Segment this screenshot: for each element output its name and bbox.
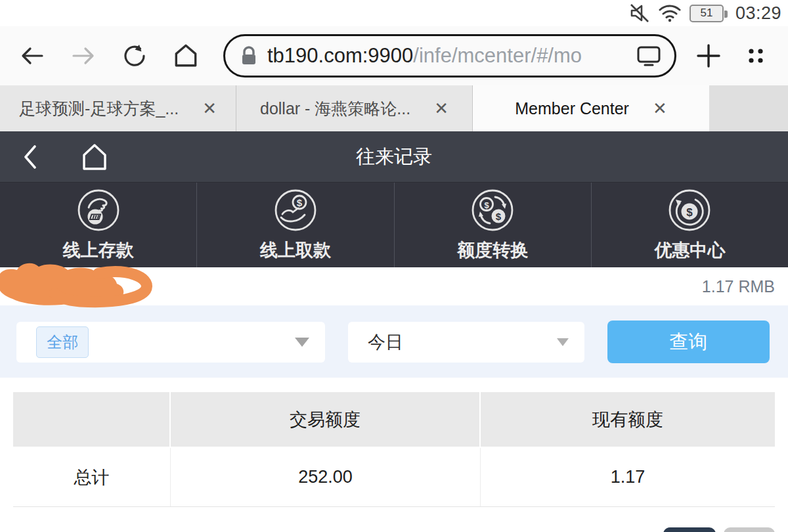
screen: 51 03:29: [0, 0, 788, 532]
quick-nav: 线上存款 $ 线上取款 $: [0, 182, 788, 267]
page-back-icon[interactable]: [21, 143, 39, 171]
date-filter-value: 今日: [368, 330, 403, 354]
nav-label: 线上取款: [260, 238, 331, 262]
nav-promo[interactable]: $ 优惠中心: [592, 183, 788, 267]
refresh-icon[interactable]: [121, 41, 148, 71]
url-text: tb190.com:9900/infe/mcenter/#/mo: [267, 44, 582, 68]
type-filter-chip: 全部: [36, 326, 89, 358]
total-label: 总计: [13, 448, 171, 506]
date-filter-dropdown[interactable]: 今日: [348, 322, 584, 363]
transfer-icon: $ $: [470, 188, 515, 233]
svg-text:$: $: [496, 211, 502, 222]
tab-title: dollar - 海燕策略论...: [260, 98, 410, 120]
page-title: 往来记录: [0, 144, 788, 170]
tab-football[interactable]: 足球预测-足球方案_... ✕: [0, 85, 236, 131]
balance-amount: 1.17 RMB: [702, 277, 775, 296]
url-path: /infe/mcenter/#/mo: [413, 44, 582, 67]
bottom-gray-button[interactable]: [724, 527, 775, 532]
table-header-blank: [13, 392, 171, 447]
home-icon[interactable]: [172, 41, 200, 71]
table-header-transaction: 交易额度: [171, 392, 481, 447]
withdraw-icon: $: [273, 188, 318, 233]
battery-icon: 51: [690, 5, 724, 22]
android-status-bar: 51 03:29: [0, 0, 788, 26]
tab-strip: 足球预测-足球方案_... ✕ dollar - 海燕策略论... ✕ Memb…: [0, 85, 788, 131]
scribble-redaction: [0, 257, 172, 317]
tab-dollar[interactable]: dollar - 海燕策略论... ✕: [236, 85, 473, 131]
tab-close-icon[interactable]: ✕: [653, 100, 667, 117]
status-clock: 03:29: [735, 3, 781, 24]
forward-icon[interactable]: [70, 41, 97, 71]
table-row: 总计 252.00 1.17: [13, 448, 775, 507]
table-header-current: 现有额度: [481, 392, 775, 447]
svg-text:$: $: [687, 206, 693, 219]
tab-close-icon[interactable]: ✕: [202, 100, 217, 117]
tab-member-center[interactable]: Member Center ✕: [473, 85, 709, 131]
transaction-amount: 252.00: [171, 448, 481, 506]
nav-transfer[interactable]: $ $ 额度转换: [395, 183, 592, 267]
svg-text:$: $: [485, 200, 490, 210]
chevron-down-icon: [295, 338, 309, 347]
back-icon[interactable]: [18, 41, 46, 71]
chevron-down-icon: [557, 338, 569, 346]
url-bar[interactable]: tb190.com:9900/infe/mcenter/#/mo: [223, 34, 676, 78]
type-filter-dropdown[interactable]: 全部: [16, 322, 325, 363]
new-tab-icon[interactable]: [695, 41, 722, 71]
promo-icon: $: [667, 188, 712, 233]
tab-close-icon[interactable]: ✕: [434, 100, 449, 117]
nav-withdraw[interactable]: $ 线上取款: [197, 183, 394, 267]
svg-text:$: $: [297, 197, 303, 208]
nav-label: 额度转换: [457, 238, 528, 262]
wifi-icon: [658, 3, 682, 24]
mute-icon: [629, 3, 650, 24]
table-header-row: 交易额度 现有额度: [13, 392, 775, 447]
nav-label: 优惠中心: [654, 238, 725, 262]
tab-title: Member Center: [515, 99, 629, 118]
battery-level: 51: [700, 7, 712, 20]
desktop-site-icon[interactable]: [636, 45, 661, 67]
tab-switcher-icon[interactable]: [742, 41, 770, 71]
query-button[interactable]: 查询: [607, 321, 770, 363]
lock-icon: [241, 46, 257, 66]
bottom-dark-button[interactable]: [663, 527, 716, 532]
tab-title: 足球预测-足球方案_...: [19, 98, 179, 120]
balance-row: 1.17 RMB: [0, 267, 788, 305]
current-amount: 1.17: [481, 448, 775, 506]
page-header: 往来记录: [0, 131, 788, 182]
browser-toolbar: tb190.com:9900/infe/mcenter/#/mo: [0, 26, 788, 85]
deposit-icon: [76, 188, 121, 233]
page-home-icon[interactable]: [79, 142, 110, 172]
url-host: tb190.com:9900: [267, 44, 413, 67]
summary-table: 交易额度 现有额度 总计 252.00 1.17: [13, 392, 775, 507]
nav-deposit[interactable]: 线上存款: [0, 183, 197, 267]
